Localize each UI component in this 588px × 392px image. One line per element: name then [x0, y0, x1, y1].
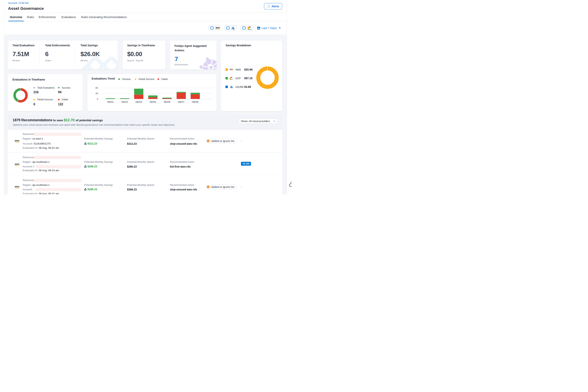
- svg-text:08/08: 08/08: [192, 100, 198, 104]
- svg-text:aws: aws: [14, 185, 20, 188]
- svg-text:aws: aws: [14, 162, 20, 166]
- svg-text:aws: aws: [14, 139, 20, 142]
- svg-text:08/07: 08/07: [178, 100, 184, 104]
- svg-text:$: $: [85, 166, 86, 168]
- svg-text:0: 0: [97, 98, 98, 100]
- svg-text:08/06: 08/06: [164, 100, 170, 104]
- svg-text:08/04: 08/04: [136, 100, 142, 104]
- svg-text:08/02: 08/02: [107, 100, 114, 104]
- svg-text:08/05: 08/05: [150, 100, 156, 104]
- svg-text:08/03: 08/03: [122, 100, 128, 104]
- svg-text:$: $: [85, 189, 86, 190]
- svg-text:40: 40: [96, 92, 98, 95]
- svg-text:80: 80: [96, 86, 98, 89]
- svg-text:$: $: [85, 143, 86, 145]
